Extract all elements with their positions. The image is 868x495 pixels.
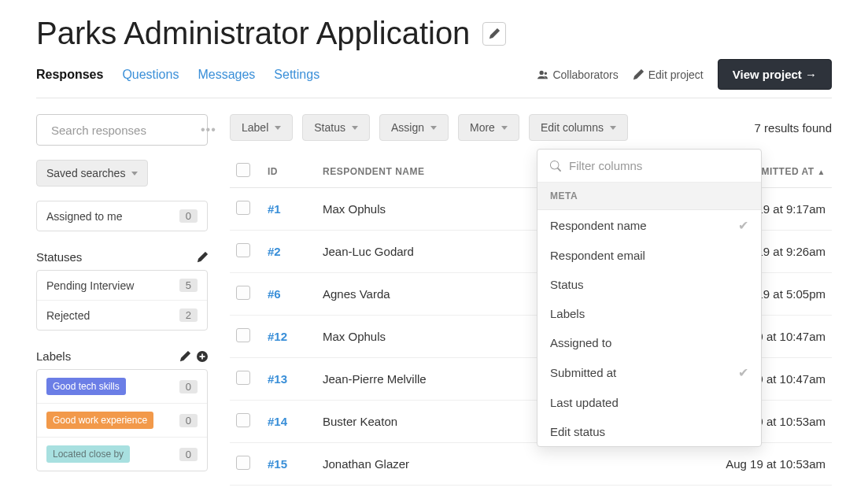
row-checkbox[interactable] (236, 201, 250, 215)
pencil-icon (633, 69, 644, 80)
row-checkbox[interactable] (236, 371, 250, 385)
column-option-label: Submitted at (550, 366, 616, 379)
response-id-link[interactable]: #2 (268, 245, 281, 258)
pencil-icon[interactable] (197, 252, 208, 263)
status-button-text: Status (314, 121, 345, 134)
check-icon: ✔ (738, 218, 748, 233)
count-badge: 0 (179, 209, 198, 223)
chevron-down-icon (610, 126, 616, 130)
sort-asc-icon: ▲ (818, 168, 826, 176)
column-option[interactable]: Respondent email (537, 241, 761, 270)
table-row[interactable]: #15Jonathan GlazerAug 19 at 10:53am (230, 443, 832, 486)
more-button-text: More (470, 121, 495, 134)
assign-button-text: Assign (391, 121, 424, 134)
count-badge: 5 (179, 279, 198, 292)
pencil-icon[interactable] (179, 351, 190, 362)
submitted-at: Aug 19 at 10:53am (578, 443, 832, 486)
search-icon (550, 161, 561, 172)
chevron-down-icon (501, 126, 508, 130)
column-option-label: Respondent name (550, 219, 647, 232)
edit-columns-text: Edit columns (541, 121, 604, 134)
row-checkbox[interactable] (236, 286, 250, 300)
search-responses-input[interactable] (51, 124, 201, 137)
chevron-down-icon (275, 126, 281, 130)
plus-icon[interactable] (197, 351, 208, 362)
response-id-link[interactable]: #15 (268, 457, 287, 471)
response-id-link[interactable]: #1 (268, 202, 281, 216)
page-title: Parks Administrator Application (36, 16, 470, 51)
chevron-down-icon (131, 172, 138, 175)
column-option-label: Last updated (550, 396, 619, 409)
results-count: 7 results found (755, 121, 832, 135)
response-id-link[interactable]: #12 (268, 330, 287, 343)
edit-columns-button[interactable]: Edit columns (529, 114, 628, 141)
tab-questions[interactable]: Questions (122, 68, 179, 82)
label-button-text: Label (242, 121, 268, 134)
saved-searches-button[interactable]: Saved searches (36, 160, 148, 187)
status-label: Rejected (46, 309, 90, 322)
label-pill: Located close by (46, 445, 130, 463)
label-pill: Good tech skills (46, 378, 126, 395)
statuses-heading: Statuses (36, 250, 82, 264)
label-item[interactable]: Located close by 0 (37, 437, 207, 471)
chevron-down-icon (352, 126, 358, 130)
status-button[interactable]: Status (302, 114, 370, 141)
collaborators-link[interactable]: Collaborators (537, 68, 618, 81)
edit-project-label: Edit project (648, 68, 704, 81)
more-button[interactable]: More (458, 114, 519, 141)
column-option-label: Assigned to (550, 336, 611, 349)
users-icon (537, 69, 548, 80)
more-icon[interactable]: ••• (201, 123, 216, 137)
column-option-label: Edit status (550, 425, 605, 438)
dropdown-section-header: META (537, 183, 761, 210)
view-project-button[interactable]: View project → (718, 59, 832, 90)
column-option[interactable]: Assigned to (537, 328, 761, 357)
sidebar-item-label: Assigned to me (46, 210, 123, 223)
column-option[interactable]: Edit status (537, 417, 761, 446)
label-pill: Good work experience (46, 412, 153, 429)
column-option[interactable]: Last updated (537, 388, 761, 417)
sidebar-item-assigned-to-me[interactable]: Assigned to me 0 (37, 201, 207, 231)
status-label: Pending Interview (46, 279, 134, 292)
chevron-down-icon (430, 126, 437, 130)
tab-responses[interactable]: Responses (36, 68, 103, 82)
pencil-icon (489, 28, 500, 39)
main-tabs: Responses Questions Messages Settings (36, 68, 319, 82)
count-badge: 0 (179, 448, 198, 461)
edit-project-link[interactable]: Edit project (633, 68, 704, 81)
row-checkbox[interactable] (236, 328, 250, 342)
row-checkbox[interactable] (236, 243, 250, 257)
column-option-label: Status (550, 278, 584, 291)
count-badge: 0 (179, 414, 198, 427)
response-id-link[interactable]: #13 (268, 372, 287, 386)
check-icon: ✔ (738, 365, 748, 380)
label-item[interactable]: Good work experience 0 (37, 403, 207, 437)
assign-button[interactable]: Assign (379, 114, 449, 141)
column-option-label: Respondent email (550, 249, 645, 262)
edit-title-button[interactable] (482, 22, 506, 46)
response-id-link[interactable]: #14 (268, 415, 287, 428)
response-id-link[interactable]: #6 (268, 287, 281, 301)
row-checkbox[interactable] (236, 456, 250, 470)
col-id[interactable]: ID (261, 155, 316, 188)
column-option[interactable]: Submitted at✔ (537, 357, 761, 388)
tab-messages[interactable]: Messages (198, 68, 255, 82)
search-responses-wrap: ••• (36, 114, 208, 146)
label-button[interactable]: Label (230, 114, 293, 141)
edit-columns-dropdown: META Respondent name✔Respondent emailSta… (537, 149, 762, 447)
saved-searches-label: Saved searches (46, 167, 125, 179)
select-all-checkbox[interactable] (236, 163, 250, 177)
collaborators-label: Collaborators (552, 68, 618, 81)
column-option[interactable]: Labels (537, 299, 761, 328)
row-checkbox[interactable] (236, 413, 250, 427)
status-item[interactable]: Pending Interview 5 (37, 271, 207, 300)
column-option[interactable]: Respondent name✔ (537, 210, 761, 241)
tab-settings[interactable]: Settings (274, 68, 319, 82)
column-option[interactable]: Status (537, 270, 761, 299)
count-badge: 0 (179, 380, 198, 393)
label-item[interactable]: Good tech skills 0 (37, 370, 207, 403)
status-item[interactable]: Rejected 2 (37, 300, 207, 330)
filter-columns-input[interactable] (569, 159, 748, 172)
labels-heading: Labels (36, 349, 71, 363)
column-option-label: Labels (550, 307, 585, 320)
